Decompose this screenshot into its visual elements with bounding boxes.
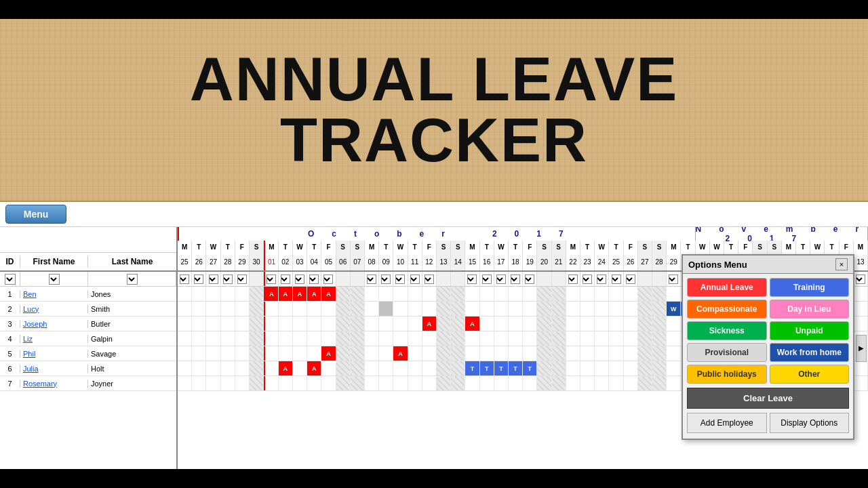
r7-d12[interactable] <box>422 376 437 390</box>
r3-d17[interactable] <box>494 317 509 331</box>
cal-filter-3[interactable]: ▼ <box>206 272 220 286</box>
r6-d28[interactable] <box>221 361 235 375</box>
r5-d25[interactable] <box>178 346 192 361</box>
r5-d11[interactable] <box>408 346 422 361</box>
r5-d03[interactable] <box>293 346 307 361</box>
cal-filter-24[interactable]: ▼ <box>509 272 523 286</box>
r7-d28[interactable] <box>221 376 235 390</box>
scroll-right-btn[interactable]: ▶ <box>856 335 867 362</box>
r2-d29b[interactable]: W <box>667 302 681 316</box>
r6-n12[interactable] <box>854 361 868 375</box>
r4-d15[interactable] <box>465 331 479 346</box>
r4-d10[interactable] <box>393 331 408 346</box>
r6-d29[interactable] <box>235 361 250 375</box>
r1-d24[interactable] <box>595 287 609 301</box>
r3-d22[interactable] <box>566 317 580 331</box>
r6-d09[interactable] <box>379 361 393 375</box>
cal-filter-7[interactable]: ▼ <box>264 272 279 286</box>
cell-fname-3[interactable]: Joseph <box>20 320 88 328</box>
cell-fname-7[interactable]: Rosemary <box>20 380 88 388</box>
r7-d29b[interactable] <box>667 376 681 390</box>
r2-d11[interactable] <box>408 302 422 316</box>
r2-d16[interactable] <box>480 302 494 316</box>
r6-d16[interactable]: T <box>480 361 494 375</box>
r4-d17[interactable] <box>494 331 509 346</box>
cell-fname-4[interactable]: Liz <box>20 335 88 343</box>
cal-filter-23[interactable]: ▼ <box>494 272 509 286</box>
r5-d27[interactable] <box>206 346 220 361</box>
filter-fname[interactable]: ▼ <box>20 272 88 286</box>
r3-d15[interactable]: A <box>465 317 479 331</box>
r2-d05[interactable] <box>321 302 336 316</box>
cal-filter-35[interactable]: ▼ <box>667 272 681 286</box>
public-holidays-button[interactable]: Public holidays <box>687 365 767 384</box>
r1-d08[interactable] <box>365 287 379 301</box>
r1-d02[interactable]: A <box>279 287 293 301</box>
r3-d10[interactable] <box>393 317 408 331</box>
cal-filter-29[interactable]: ▼ <box>580 272 595 286</box>
r4-d12[interactable] <box>422 331 437 346</box>
r6-d17[interactable]: T <box>494 361 509 375</box>
r2-d25[interactable] <box>178 302 192 316</box>
r6-d02[interactable]: A <box>279 361 293 375</box>
r4-d08[interactable] <box>365 331 379 346</box>
r7-d05[interactable] <box>321 376 336 390</box>
r1-d19[interactable] <box>523 287 537 301</box>
r6-d26[interactable] <box>192 361 206 375</box>
r6-d11[interactable] <box>408 361 422 375</box>
r2-n12[interactable] <box>854 302 868 316</box>
r3-d12[interactable]: A <box>422 317 437 331</box>
r1-d27[interactable] <box>206 287 220 301</box>
menu-button[interactable]: Menu <box>5 205 66 224</box>
r1-d22[interactable] <box>566 287 580 301</box>
r5-d29[interactable] <box>235 346 250 361</box>
r5-d26[interactable] <box>192 346 206 361</box>
r7-n12[interactable] <box>854 376 868 390</box>
r6-d04[interactable]: A <box>307 361 321 375</box>
r6-d05[interactable] <box>321 361 336 375</box>
r3-d29[interactable] <box>235 317 250 331</box>
r3-d26b[interactable] <box>624 317 638 331</box>
r3-d05[interactable] <box>321 317 336 331</box>
r3-d25[interactable] <box>178 317 192 331</box>
r2-d04[interactable] <box>307 302 321 316</box>
r6-d01[interactable] <box>264 361 279 375</box>
r6-d27[interactable] <box>206 361 220 375</box>
r4-d04[interactable] <box>307 331 321 346</box>
r3-d09[interactable] <box>379 317 393 331</box>
r2-d18[interactable] <box>509 302 523 316</box>
r4-d18[interactable] <box>509 331 523 346</box>
r3-d23[interactable] <box>580 317 595 331</box>
r3-d24[interactable] <box>595 317 609 331</box>
r7-d22[interactable] <box>566 376 580 390</box>
r6-d15[interactable]: T <box>465 361 479 375</box>
r5-d26b[interactable] <box>624 346 638 361</box>
r7-d18[interactable] <box>509 376 523 390</box>
r4-d01[interactable] <box>264 331 279 346</box>
r5-d24[interactable] <box>595 346 609 361</box>
r2-d09[interactable] <box>379 302 393 316</box>
r7-d08[interactable] <box>365 376 379 390</box>
day-in-lieu-button[interactable]: Day in Lieu <box>770 300 850 319</box>
r5-d29b[interactable] <box>667 346 681 361</box>
r5-d10[interactable]: A <box>393 346 408 361</box>
r6-d25[interactable] <box>178 361 192 375</box>
filter-fname-select[interactable]: ▼ <box>49 274 60 285</box>
r3-d26[interactable] <box>192 317 206 331</box>
r4-d03[interactable] <box>293 331 307 346</box>
r3-d16[interactable] <box>480 317 494 331</box>
filter-id-select[interactable]: ▼ <box>5 274 16 285</box>
sickness-button[interactable]: Sickness <box>687 321 767 340</box>
r6-d18[interactable]: T <box>509 361 523 375</box>
r1-d05[interactable]: A <box>321 287 336 301</box>
r6-d29b[interactable] <box>667 361 681 375</box>
r5-d09[interactable] <box>379 346 393 361</box>
cal-filter-10[interactable]: ▼ <box>307 272 321 286</box>
r1-d04[interactable]: A <box>307 287 321 301</box>
r4-d11[interactable] <box>408 331 422 346</box>
r4-d22[interactable] <box>566 331 580 346</box>
r7-d29[interactable] <box>235 376 250 390</box>
cal-filter-31[interactable]: ▼ <box>609 272 623 286</box>
unpaid-button[interactable]: Unpaid <box>770 321 850 340</box>
r7-d27[interactable] <box>206 376 220 390</box>
